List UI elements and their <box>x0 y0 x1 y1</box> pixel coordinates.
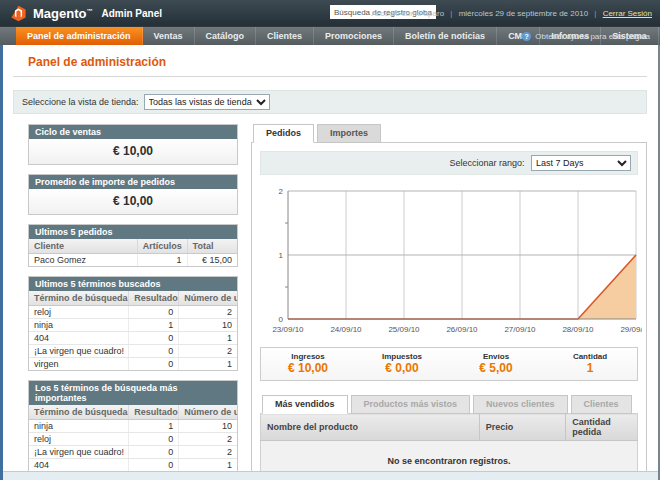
cell-term: ¡La virgen que cuadro! <box>29 446 129 459</box>
dashboard-left-column: Ciclo de ventas € 10,00 Promedio de impo… <box>28 124 238 480</box>
nav-item-promociones[interactable]: Promociones <box>314 27 394 45</box>
total-cantidad: Cantidad1 <box>543 352 637 375</box>
nav-item-clientes[interactable]: Clientes <box>256 27 314 45</box>
range-bar: Seleccionar rango: Last 7 Days <box>260 151 638 175</box>
total-label: Cantidad <box>543 352 637 361</box>
svg-text:2: 2 <box>279 187 284 196</box>
store-view-bar: Seleccione la vista de tienda: Todas las… <box>13 90 647 114</box>
help-icon: ? <box>522 32 531 41</box>
cell-value: 0 <box>129 433 179 446</box>
cell-value: 0 <box>129 332 179 345</box>
svg-text:29/09/10: 29/09/10 <box>620 325 642 334</box>
col-resultados: Resultados <box>129 405 179 420</box>
col-cliente: Cliente <box>29 239 137 254</box>
col-n-mero-de-usos: Número de usos <box>179 291 237 306</box>
cell-value: 10 <box>179 319 237 332</box>
table-row: ¡La virgen que cuadro!02 <box>29 345 237 358</box>
cell-term: Paco Gomez <box>29 254 137 267</box>
box-ultimos-5-pedidos: Ultimos 5 pedidosClienteArtículosTotalPa… <box>28 224 238 267</box>
svg-text:1: 1 <box>279 251 284 260</box>
tab-nuevos-clientes[interactable]: Nuevos clientes <box>473 395 568 414</box>
session-info: Accedió como aparo | miércoles 29 de sep… <box>371 9 652 18</box>
orders-chart: 01223/09/1024/09/1025/09/1026/09/1027/09… <box>260 183 638 341</box>
cell-term: ¡La virgen que cuadro! <box>29 345 129 358</box>
orders-amounts-tabs: PedidosImportes <box>253 124 647 143</box>
svg-text:23/09/10: 23/09/10 <box>272 325 304 334</box>
table-row: Paco Gomez1€ 15,00 <box>29 254 237 267</box>
title-divider <box>13 76 647 77</box>
table-row: ¡La virgen que cuadro!02 <box>29 446 237 459</box>
nav-item-panel-de-administraci-n[interactable]: Panel de administración <box>16 27 143 45</box>
nav-item-cat-logo[interactable]: Catálogo <box>195 27 257 45</box>
table-row: reloj02 <box>29 306 237 319</box>
nav-item-ventas[interactable]: Ventas <box>143 27 195 45</box>
lifetime-sales-box: Ciclo de ventas € 10,00 <box>28 124 238 165</box>
grid-col-price: Precio <box>479 414 566 441</box>
cell-term: 404 <box>29 459 129 472</box>
magento-logo: Magento™ Admin Panel <box>10 5 162 22</box>
store-view-select[interactable]: Todas las vistas de tienda <box>144 94 270 110</box>
tab-productos-m-s-vistos[interactable]: Productos más vistos <box>351 395 471 414</box>
logout-link[interactable]: Cerrar Sesión <box>603 9 652 18</box>
cell-value: € 15,00 <box>187 254 237 267</box>
box-ultimos-5-t-rminos-buscados: Ultimos 5 términos buscadosTérmino de bú… <box>28 276 238 371</box>
grid-col-qty: Cantidad pedida <box>566 414 638 441</box>
cell-value: 10 <box>179 420 237 433</box>
total-label: Ingresos <box>261 352 355 361</box>
box-title: Ultimos 5 pedidos <box>29 225 237 239</box>
svg-text:0: 0 <box>279 315 284 324</box>
total-label: Impuestos <box>355 352 449 361</box>
total-value: € 5,00 <box>449 361 543 375</box>
dashboard-panel: Seleccionar rango: Last 7 Days 01223/09/… <box>251 142 647 480</box>
col-n-mero-de-usos: Número de usos <box>179 405 237 420</box>
total-env-os: Envíos€ 5,00 <box>449 352 543 375</box>
cell-term: virgen <box>29 358 129 371</box>
mini-table-ultimos-5-pedidos: ClienteArtículosTotalPaco Gomez1€ 15,00 <box>29 239 237 266</box>
svg-text:27/09/10: 27/09/10 <box>504 325 536 334</box>
brand-suffix: Admin Panel <box>101 8 162 19</box>
cell-term: ninja <box>29 420 129 433</box>
cell-value: 1 <box>137 254 187 267</box>
average-orders-box: Promedio de importe de pedidos € 10,00 <box>28 174 238 215</box>
cell-value: 1 <box>179 332 237 345</box>
range-select[interactable]: Last 7 Days <box>531 155 631 171</box>
bottom-tabs: Más vendidosProductos más vistosNuevos c… <box>262 395 638 414</box>
svg-text:24/09/10: 24/09/10 <box>330 325 362 334</box>
brand-name: Magento™ <box>33 6 92 21</box>
top-header-bar: Magento™ Admin Panel Accedió como aparo … <box>0 0 660 26</box>
table-row: 40401 <box>29 332 237 345</box>
dashboard-right-column: PedidosImportes Seleccionar rango: Last … <box>251 124 647 480</box>
total-label: Envíos <box>449 352 543 361</box>
cell-term: reloj <box>29 433 129 446</box>
average-orders-value: € 10,00 <box>29 189 237 214</box>
col-total: Total <box>187 239 237 254</box>
total-impuestos: Impuestos€ 0,00 <box>355 352 449 375</box>
table-row: ninja110 <box>29 420 237 433</box>
window-frame-left <box>0 45 3 480</box>
total-value: € 0,00 <box>355 361 449 375</box>
tab-pedidos[interactable]: Pedidos <box>253 124 314 143</box>
nav-item-bolet-n-de-noticias[interactable]: Boletín de noticias <box>394 27 497 45</box>
cell-value: 1 <box>129 319 179 332</box>
col-resultados: Resultados <box>129 291 179 306</box>
cell-value: 2 <box>179 345 237 358</box>
tab-importes[interactable]: Importes <box>317 124 381 143</box>
total-value: 1 <box>543 361 637 375</box>
box-los-5-t-rminos-de-b-squeda-m-s-importantes: Los 5 términos de búsqueda más important… <box>28 380 238 480</box>
tab-m-s-vendidos[interactable]: Más vendidos <box>262 395 348 414</box>
total-value: € 10,00 <box>261 361 355 375</box>
products-grid: Nombre del producto Precio Cantidad pedi… <box>260 413 638 480</box>
cell-term: 404 <box>29 332 129 345</box>
cell-value: 2 <box>179 306 237 319</box>
tab-clientes[interactable]: Clientes <box>571 395 632 414</box>
average-orders-title: Promedio de importe de pedidos <box>29 175 237 189</box>
svg-text:25/09/10: 25/09/10 <box>388 325 420 334</box>
col-art-culos: Artículos <box>137 239 187 254</box>
help-link[interactable]: ? Obtener ayuda para esta página <box>522 27 650 46</box>
cell-value: 0 <box>129 345 179 358</box>
box-title: Los 5 términos de búsqueda más important… <box>29 381 237 405</box>
lifetime-sales-title: Ciclo de ventas <box>29 125 237 139</box>
page-title: Panel de administración <box>28 55 660 69</box>
cell-value: 2 <box>179 433 237 446</box>
window-frame-bottom <box>0 471 660 480</box>
